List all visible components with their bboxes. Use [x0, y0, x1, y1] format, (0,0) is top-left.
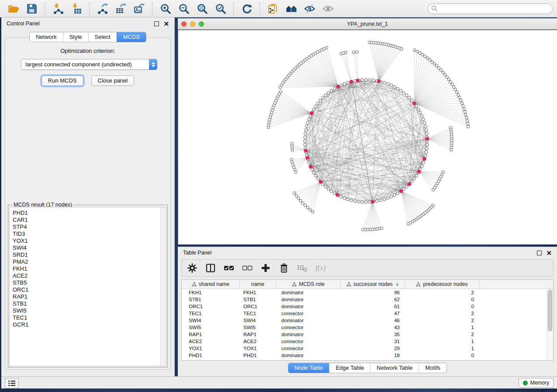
mcds-result-node[interactable]: ORC1	[13, 286, 166, 293]
tab-select[interactable]: Select	[88, 32, 117, 42]
network-node[interactable]	[466, 119, 468, 122]
network-node[interactable]	[405, 186, 408, 189]
network-node[interactable]	[327, 92, 330, 95]
table-cell[interactable]: 31	[341, 338, 405, 345]
network-node[interactable]	[393, 194, 396, 197]
network-node[interactable]	[293, 192, 296, 194]
table-cell[interactable]: connector	[276, 324, 341, 331]
mcds-hub-node[interactable]	[371, 200, 374, 203]
network-node[interactable]	[424, 125, 427, 128]
table-cell[interactable]: TEC1	[240, 310, 276, 317]
network-node[interactable]	[423, 121, 426, 124]
table-cell[interactable]: 61	[341, 303, 405, 310]
task-history-button[interactable]	[5, 378, 19, 389]
table-cell[interactable]: 0	[405, 352, 479, 359]
tab-motifs[interactable]: Motifs	[419, 363, 446, 373]
close-panel-icon[interactable]: ✕	[163, 22, 169, 26]
network-node[interactable]	[308, 161, 311, 164]
table-cell[interactable]: PHD1	[240, 352, 276, 359]
mcds-result-node[interactable]: SRD1	[13, 251, 166, 258]
table-cell[interactable]: ACE2	[240, 338, 276, 345]
apply-layout-icon[interactable]	[240, 3, 253, 15]
table-row[interactable]: STB1STB1dominator620	[182, 296, 553, 303]
column-header-successor-nodes[interactable]: successor nodes∨	[341, 280, 405, 289]
network-node[interactable]	[456, 91, 458, 93]
mcds-result-node[interactable]: TEC1	[13, 314, 166, 321]
table-row[interactable]: ORC1ORC1dominator610	[182, 303, 553, 310]
table-cell[interactable]: SWI5	[182, 324, 240, 331]
table-cell[interactable]: 1	[405, 324, 479, 331]
network-node[interactable]	[453, 86, 455, 88]
column-header-predecessor-nodes[interactable]: predecessor nodes	[405, 280, 479, 289]
mcds-hub-node[interactable]	[417, 170, 421, 173]
tab-edge-table[interactable]: Edge Table	[329, 363, 370, 373]
network-node[interactable]	[352, 51, 355, 54]
network-view-canvas[interactable]	[178, 30, 557, 244]
network-node[interactable]	[333, 192, 336, 195]
network-node[interactable]	[424, 154, 427, 157]
network-node[interactable]	[317, 102, 320, 105]
network-node[interactable]	[383, 198, 386, 201]
table-row[interactable]: YOX1YOX1connector291	[182, 345, 553, 352]
mcds-hub-node[interactable]	[426, 137, 429, 141]
table-cell[interactable]: ORC1	[182, 303, 240, 310]
network-node[interactable]	[419, 52, 421, 54]
network-node[interactable]	[426, 57, 429, 59]
network-node[interactable]	[315, 174, 318, 177]
table-cell[interactable]: connector	[276, 310, 341, 317]
network-node[interactable]	[399, 89, 402, 93]
tab-mcds[interactable]: MCDS	[117, 32, 146, 42]
network-node[interactable]	[413, 177, 416, 180]
mcds-result-node[interactable]: RAP1	[13, 293, 166, 300]
table-cell[interactable]: 2	[405, 331, 479, 338]
network-node[interactable]	[426, 132, 429, 135]
network-node[interactable]	[383, 81, 386, 84]
memory-button[interactable]: Memory	[519, 378, 554, 388]
zoom-selected-icon[interactable]	[214, 3, 227, 15]
table-cell[interactable]: ORC1	[240, 303, 276, 310]
table-cell[interactable]: dominator	[276, 331, 341, 338]
network-node[interactable]	[432, 189, 435, 191]
mcds-result-node[interactable]: SWI4	[13, 244, 166, 251]
toggle-panel-columns-icon[interactable]	[205, 263, 216, 273]
network-node[interactable]	[350, 199, 353, 202]
mcds-result-node[interactable]: PMA2	[13, 258, 166, 265]
network-node[interactable]	[415, 105, 418, 108]
table-cell[interactable]: 18	[341, 352, 405, 359]
network-node[interactable]	[393, 86, 396, 89]
network-node[interactable]	[407, 223, 410, 225]
network-node[interactable]	[312, 108, 315, 111]
network-node[interactable]	[295, 194, 298, 197]
column-header-MCDS-role[interactable]: MCDS role	[276, 280, 341, 289]
import-table-icon[interactable]	[70, 3, 83, 15]
network-node[interactable]	[464, 113, 467, 116]
network-node[interactable]	[439, 69, 442, 72]
network-node[interactable]	[343, 83, 346, 86]
network-node[interactable]	[330, 89, 333, 93]
network-node[interactable]	[390, 195, 393, 198]
table-cell[interactable]: TEC1	[182, 310, 240, 317]
network-node[interactable]	[458, 96, 461, 99]
table-row[interactable]: ACE2ACE2connector311	[182, 338, 553, 345]
network-node[interactable]	[301, 202, 304, 204]
mcds-hub-node[interactable]	[412, 102, 416, 105]
network-node[interactable]	[390, 84, 393, 87]
float-table-panel-icon[interactable]	[537, 251, 542, 255]
table-cell[interactable]: dominator	[276, 296, 341, 303]
table-cell[interactable]: RAP1	[240, 331, 276, 338]
network-node[interactable]	[344, 51, 347, 54]
network-node[interactable]	[304, 129, 308, 132]
table-cell[interactable]: 96	[341, 289, 405, 296]
zoom-fit-icon[interactable]	[196, 3, 209, 15]
table-cell[interactable]: connector	[276, 345, 341, 352]
table-cell[interactable]: dominator	[276, 352, 341, 359]
network-node[interactable]	[357, 200, 360, 203]
show-all-icon[interactable]	[285, 3, 298, 15]
network-node[interactable]	[415, 174, 418, 177]
network-graph[interactable]	[178, 30, 557, 244]
table-cell[interactable]: PHD1	[182, 352, 240, 359]
mcds-hub-node[interactable]	[310, 111, 313, 115]
table-cell[interactable]: 47	[341, 310, 405, 317]
network-node[interactable]	[362, 228, 364, 231]
network-node[interactable]	[386, 197, 389, 200]
